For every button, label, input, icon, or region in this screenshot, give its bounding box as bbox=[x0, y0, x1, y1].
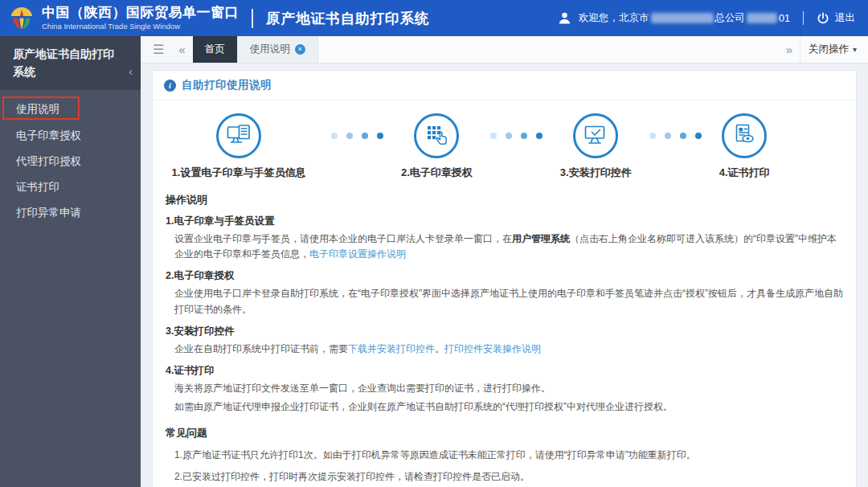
sidebar: 原产地证书自助打印系统 ‹ 使用说明电子印章授权代理打印授权证书打印打印异常申请 bbox=[0, 36, 141, 487]
scroll-tabs-left-icon[interactable]: « bbox=[171, 36, 192, 63]
step-item: 1.设置电子印章与手签员信息 bbox=[164, 113, 313, 180]
brand-title: 中国（陕西）国际贸易单一窗口 bbox=[42, 6, 239, 21]
tab-usage[interactable]: 使用说明× bbox=[238, 36, 318, 63]
inline-link[interactable]: 电子印章设置操作说明 bbox=[309, 248, 406, 260]
logout-label: 退出 bbox=[835, 11, 855, 25]
sidebar-item[interactable]: 代理打印授权 bbox=[0, 149, 141, 174]
sidebar-item-label: 使用说明 bbox=[16, 103, 59, 115]
faq-item: 1.原产地证书证书只允许打印1次。如由于打印机异常等原因造成证书未能正常打印，请… bbox=[166, 448, 843, 462]
dot bbox=[377, 133, 383, 139]
bold-text: 用户管理系统 bbox=[512, 233, 570, 244]
text-segment: 设置企业电子印章与手签员，请使用本企业的电子口岸法人卡登录单一窗口，在 bbox=[174, 233, 512, 244]
steps-row: 1.设置电子印章与手签员信息2.电子印章授权3.安装打印控件4.证书打印 bbox=[153, 100, 856, 182]
panel-title: 自助打印使用说明 bbox=[182, 78, 272, 92]
step-item: 2.电子印章授权 bbox=[401, 113, 473, 180]
main-area: ☰ « 首页使用说明× » 关闭操作 ▾ i 自助打印使用说明 bbox=[141, 36, 868, 487]
monitor-document-icon bbox=[216, 113, 261, 158]
single-window-logo-icon bbox=[8, 5, 35, 32]
section-paragraph: 如需由原产地证代理申报企业打印证书，企业则在原产地证书自助打印系统的“代理打印授… bbox=[166, 399, 843, 415]
menu-toggle-icon[interactable]: ☰ bbox=[141, 36, 171, 63]
panel-header: i 自助打印使用说明 bbox=[153, 71, 856, 100]
dot bbox=[346, 133, 353, 139]
brand-text: 中国（陕西）国际贸易单一窗口 China International Trade… bbox=[42, 6, 239, 31]
sidebar-item[interactable]: 电子印章授权 bbox=[0, 123, 141, 149]
instruction-sections: 1.电子印章与手签员设置设置企业电子印章与手签员，请使用本企业的电子口岸法人卡登… bbox=[153, 215, 856, 415]
close-operations-button[interactable]: 关闭操作 ▾ bbox=[800, 36, 868, 63]
tab-close-icon[interactable]: × bbox=[295, 44, 305, 55]
step-connector-dots bbox=[649, 133, 702, 139]
redacted-account-id bbox=[747, 13, 777, 23]
dot bbox=[649, 133, 656, 139]
dot bbox=[680, 133, 686, 139]
redacted-company-name bbox=[651, 13, 714, 23]
tabbar-spacer bbox=[318, 36, 779, 63]
tabs-container: 首页使用说明× bbox=[193, 36, 318, 63]
section-heading: 4.证书打印 bbox=[166, 364, 856, 378]
section-paragraph: 企业在自助打印系统中打印证书前，需要下载并安装打印控件。打印控件安装操作说明 bbox=[166, 342, 843, 357]
dot bbox=[521, 133, 527, 139]
document-eye-icon bbox=[722, 113, 767, 158]
faq-item: 2.已安装过打印控件，打印时再次提示安装打印控件，请检查打印控件是否已启动。 bbox=[166, 469, 843, 484]
section-heading: 2.电子印章授权 bbox=[166, 269, 856, 283]
info-icon: i bbox=[164, 80, 176, 92]
dot bbox=[695, 133, 702, 139]
body-row: 原产地证书自助打印系统 ‹ 使用说明电子印章授权代理打印授权证书打印打印异常申请… bbox=[0, 36, 868, 487]
welcome-prefix: 欢迎您，北京市 bbox=[579, 11, 649, 25]
inline-link[interactable]: 下载并安装打印控件 bbox=[348, 343, 435, 354]
step-label: 2.电子印章授权 bbox=[401, 166, 473, 180]
sidebar-item[interactable]: 打印异常申请 bbox=[0, 200, 141, 226]
operation-instructions-title: 操作说明 bbox=[166, 193, 856, 207]
faq-title: 常见问题 bbox=[166, 426, 856, 440]
sidebar-item[interactable]: 使用说明 bbox=[0, 96, 141, 122]
sidebar-item-label: 证书打印 bbox=[16, 181, 59, 193]
text-segment: 。 bbox=[435, 343, 444, 354]
welcome-text: 欢迎您，北京市总公司01 bbox=[579, 11, 790, 25]
sidebar-item[interactable]: 证书打印 bbox=[0, 174, 141, 200]
section-heading: 3.安装打印控件 bbox=[166, 325, 856, 338]
faq-list: 1.原产地证书证书只允许打印1次。如由于打印机异常等原因造成证书未能正常打印，请… bbox=[153, 448, 856, 484]
section-paragraph: 海关将原产地证打印文件发送至单一窗口，企业查询出需要打印的证书，进行打印操作。 bbox=[166, 381, 843, 396]
top-header: 中国（陕西）国际贸易单一窗口 China International Trade… bbox=[0, 0, 868, 36]
inline-link[interactable]: 打印控件安装操作说明 bbox=[444, 343, 541, 354]
close-operations-label: 关闭操作 bbox=[809, 43, 849, 56]
tab-home[interactable]: 首页 bbox=[193, 36, 238, 63]
sidebar-item-label: 代理打印授权 bbox=[16, 155, 81, 167]
tabbar-right-controls: » 关闭操作 ▾ bbox=[779, 36, 868, 63]
brand-area: 中国（陕西）国际贸易单一窗口 China International Trade… bbox=[8, 5, 430, 32]
dot bbox=[536, 133, 542, 139]
user-divider bbox=[803, 11, 804, 25]
monitor-check-icon bbox=[573, 113, 618, 158]
text-segment: 企业在自助打印系统中打印证书前，需要 bbox=[174, 343, 348, 354]
section-paragraph: 企业使用电子口岸卡登录自助打印系统，在“电子印章授权”界面中选择原产地证书上使用… bbox=[166, 286, 843, 317]
page-title: 原产地证书自助打印系统 bbox=[266, 9, 430, 28]
user-area: 欢迎您，北京市总公司01 退出 bbox=[557, 10, 855, 26]
content-band: i 自助打印使用说明 1.设置电子印章与手签员信息2.电子印章授权3.安装打印控… bbox=[141, 63, 868, 487]
step-label: 4.证书打印 bbox=[719, 166, 770, 180]
dot bbox=[331, 133, 338, 139]
logout-button[interactable]: 退出 bbox=[817, 11, 855, 25]
app-root: 中国（陕西）国际贸易单一窗口 China International Trade… bbox=[0, 0, 868, 487]
keypad-hand-icon bbox=[414, 113, 459, 158]
instruction-panel: i 自助打印使用说明 1.设置电子印章与手签员信息2.电子印章授权3.安装打印控… bbox=[152, 70, 857, 487]
scroll-tabs-right-icon[interactable]: » bbox=[779, 43, 800, 56]
header-divider bbox=[252, 9, 253, 28]
sidebar-collapse-icon[interactable]: ‹ bbox=[129, 63, 133, 81]
welcome-mid: 总公司 bbox=[715, 11, 746, 25]
brand-subtitle: China International Trade Single Window bbox=[42, 23, 239, 31]
tab-label: 首页 bbox=[205, 43, 225, 56]
step-item: 3.安装打印控件 bbox=[560, 113, 632, 180]
step-item: 4.证书打印 bbox=[719, 113, 770, 180]
step-label: 3.安装打印控件 bbox=[560, 166, 632, 180]
dot bbox=[665, 133, 671, 139]
text-segment: 企业使用电子口岸卡登录自助打印系统，在“电子印章授权”界面中选择原产地证书上使用… bbox=[174, 288, 843, 314]
text-segment: 海关将原产地证打印文件发送至单一窗口，企业查询出需要打印的证书，进行打印操作。 bbox=[174, 383, 551, 394]
sidebar-header: 原产地证书自助打印系统 ‹ bbox=[0, 36, 141, 90]
step-connector-dots bbox=[331, 133, 383, 139]
step-label: 1.设置电子印章与手签员信息 bbox=[172, 166, 306, 180]
text-segment: 如需由原产地证代理申报企业打印证书，企业则在原产地证书自助打印系统的“代理打印授… bbox=[174, 401, 673, 412]
sidebar-item-label: 打印异常申请 bbox=[16, 207, 81, 219]
dot bbox=[506, 133, 512, 139]
tab-bar: ☰ « 首页使用说明× » 关闭操作 ▾ bbox=[141, 36, 868, 63]
dot bbox=[490, 133, 497, 139]
tab-label: 使用说明 bbox=[250, 43, 290, 56]
